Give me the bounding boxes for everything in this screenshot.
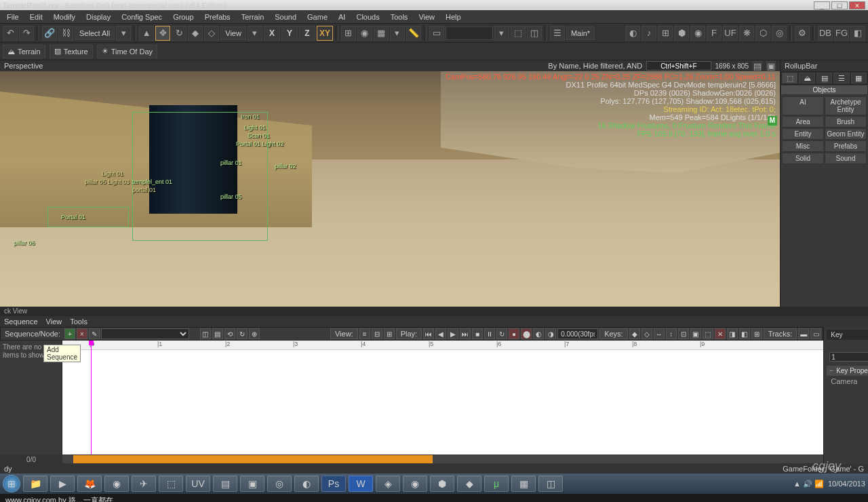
layer-name[interactable]: Main* — [566, 26, 595, 40]
tool-2-icon[interactable]: ♪ — [642, 26, 656, 41]
tv-prev-icon[interactable]: ◀ — [435, 328, 446, 339]
rollup-btn-archetype[interactable]: Archetype Entity — [825, 96, 867, 115]
tool-10-icon[interactable]: ◧ — [850, 26, 865, 41]
utorrent-icon[interactable]: μ — [484, 476, 509, 492]
physics-icon[interactable]: ⬚ — [511, 26, 526, 41]
scale-icon[interactable]: ◆ — [188, 26, 203, 41]
tv-k1-icon[interactable]: ◆ — [629, 328, 640, 339]
app-7-icon[interactable]: ◐ — [294, 476, 319, 492]
tv-menu-view[interactable]: View — [46, 317, 62, 326]
axis-x[interactable]: X — [264, 26, 280, 41]
rollup-btn-geom[interactable]: Geom Entity — [825, 128, 867, 140]
tool-uf-icon[interactable]: UF — [723, 26, 738, 41]
tool-9-icon[interactable]: ⚙ — [795, 26, 810, 41]
axis-xy[interactable]: XY — [317, 26, 333, 41]
tv-k3-icon[interactable]: ↔ — [654, 328, 665, 339]
tv-add-seq-icon[interactable]: + — [64, 328, 75, 339]
rollup-btn-misc[interactable]: Misc — [782, 140, 824, 152]
menu-game[interactable]: Game — [302, 12, 333, 22]
dropdown-icon[interactable]: ▾ — [116, 26, 131, 41]
snap-angle-icon[interactable]: ◉ — [357, 26, 372, 41]
tool-3-icon[interactable]: ⊞ — [658, 26, 673, 41]
menu-ai[interactable]: AI — [333, 12, 351, 22]
menu-help[interactable]: Help — [440, 12, 467, 22]
tv-stop-icon[interactable]: ■ — [472, 328, 483, 339]
tv-seq-select[interactable] — [101, 328, 189, 339]
tv-fps-input[interactable] — [557, 328, 598, 339]
tv-loop-icon[interactable]: ↻ — [496, 328, 507, 339]
tv-k5-icon[interactable]: ⊡ — [678, 328, 689, 339]
maximize-button[interactable]: □ — [831, 1, 848, 9]
unity-icon[interactable]: ◈ — [376, 476, 400, 492]
rollup-tab-2[interactable]: ⛰ — [799, 73, 814, 83]
tv-tr1-icon[interactable]: ▬ — [798, 328, 809, 339]
rotate-icon[interactable]: ↻ — [172, 26, 186, 41]
start-button[interactable]: ⊞ — [3, 475, 20, 493]
close-button[interactable]: × — [849, 1, 865, 9]
ruler-icon[interactable]: 📏 — [406, 26, 421, 41]
tv-first-icon[interactable]: ⏮ — [423, 328, 434, 339]
app-12-icon[interactable]: ◫ — [538, 476, 563, 492]
sim-dropdown-icon[interactable]: ▾ — [494, 26, 509, 41]
texture-button[interactable]: ▨Texture — [50, 45, 93, 58]
redo-icon[interactable]: ↷ — [19, 26, 34, 41]
vp-opt1-icon[interactable]: ▤ — [753, 61, 762, 71]
tv-play-icon[interactable]: ▶ — [448, 328, 458, 339]
rollup-btn-sound[interactable]: Sound — [825, 153, 867, 164]
menu-edit[interactable]: Edit — [24, 12, 48, 22]
menu-sound[interactable]: Sound — [269, 12, 302, 22]
tv-b1-icon[interactable]: ◐ — [533, 328, 544, 339]
tv-ruler[interactable]: |0 |1 |2 |3 |4 |5 |6 |7 |8 |9 — [62, 341, 823, 350]
view-dropdown-icon[interactable]: ▾ — [248, 26, 262, 41]
tv-cursor[interactable] — [91, 341, 92, 455]
tv-tree[interactable]: There are no items to show. Add Sequence — [0, 341, 62, 455]
media-icon[interactable]: ▶ — [50, 476, 75, 492]
menu-prefabs[interactable]: Prefabs — [199, 12, 236, 22]
time-input-1[interactable] — [829, 352, 868, 362]
layers-icon[interactable]: ☰ — [550, 26, 565, 41]
app-6-icon[interactable]: ▣ — [240, 476, 264, 492]
tv-t4-icon[interactable]: ↻ — [237, 328, 248, 339]
app-10-icon[interactable]: ◆ — [457, 476, 481, 492]
app-4-icon[interactable]: UV — [186, 476, 210, 492]
snap-dropdown-icon[interactable]: ▾ — [390, 26, 405, 41]
tv-pause-icon[interactable]: ⏸ — [484, 328, 495, 339]
menu-terrain[interactable]: Terrain — [236, 12, 270, 22]
tool-8-icon[interactable]: ◎ — [772, 26, 787, 41]
scale2-icon[interactable]: ◇ — [204, 26, 219, 41]
tv-menu-tools[interactable]: Tools — [70, 317, 87, 326]
tv-timeline[interactable]: |0 |1 |2 |3 |4 |5 |6 |7 |8 |9 — [62, 341, 823, 455]
db-button[interactable]: DB — [818, 26, 833, 41]
app-8-icon[interactable]: ◉ — [403, 476, 427, 492]
view-mode[interactable]: View — [220, 26, 246, 40]
app-3-icon[interactable]: ⬚ — [159, 476, 183, 492]
grid-icon[interactable]: ▦ — [374, 26, 389, 41]
app-5-icon[interactable]: ▤ — [213, 476, 237, 492]
word-icon[interactable]: W — [349, 476, 373, 492]
sim-input[interactable] — [446, 26, 493, 40]
axis-z[interactable]: Z — [299, 26, 315, 41]
move-icon[interactable]: ✥ — [155, 26, 170, 41]
tv-v3-icon[interactable]: ⊞ — [384, 328, 395, 339]
photoshop-icon[interactable]: Ps — [321, 476, 346, 492]
menu-configspec[interactable]: Config Spec — [116, 12, 167, 22]
menu-view[interactable]: View — [413, 12, 440, 22]
minimize-button[interactable]: _ — [814, 1, 830, 9]
app-2-icon[interactable]: ✈ — [132, 476, 156, 492]
tv-next-icon[interactable]: ⏭ — [460, 328, 471, 339]
firefox-icon[interactable]: 🦊 — [77, 476, 102, 492]
terrain-button[interactable]: ⛰Terrain — [3, 45, 45, 58]
tool-6-icon[interactable]: ❋ — [739, 26, 754, 41]
rollup-btn-ai[interactable]: AI — [782, 96, 824, 115]
rollup-tab-1[interactable]: ⬚ — [782, 73, 797, 83]
menu-group[interactable]: Group — [167, 12, 199, 22]
tv-t5-icon[interactable]: ⊕ — [249, 328, 260, 339]
tv-k11-icon[interactable]: ⊞ — [751, 328, 762, 339]
rollup-tab-5[interactable]: ▦ — [851, 73, 867, 83]
tv-k4-icon[interactable]: ↕ — [666, 328, 677, 339]
unlink-icon[interactable]: ⛓ — [58, 26, 73, 41]
tool-1-icon[interactable]: ◐ — [625, 26, 640, 41]
tool-5-icon[interactable]: ◉ — [690, 26, 705, 41]
tv-k2-icon[interactable]: ◇ — [642, 328, 652, 339]
tv-b2-icon[interactable]: ◑ — [545, 328, 556, 339]
